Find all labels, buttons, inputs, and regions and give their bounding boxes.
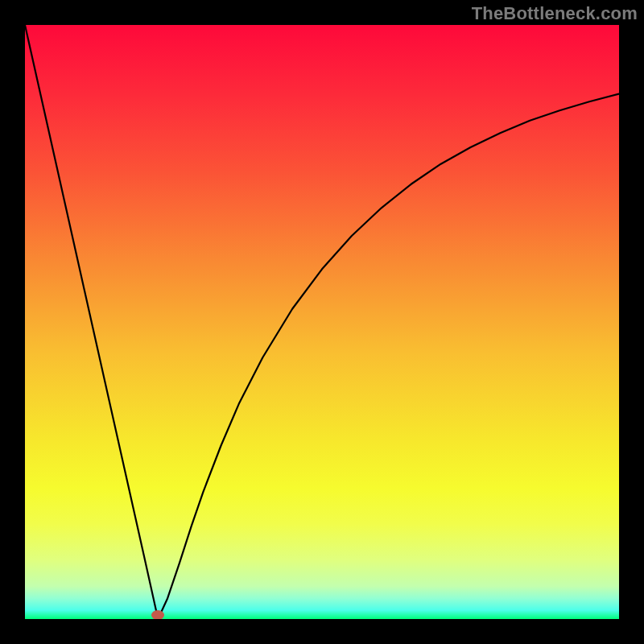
- chart-frame: TheBottleneck.com: [0, 0, 644, 644]
- optimal-point-marker: [151, 610, 164, 619]
- curve-line: [25, 25, 619, 619]
- plot-area: [25, 25, 619, 619]
- watermark-text: TheBottleneck.com: [472, 3, 638, 24]
